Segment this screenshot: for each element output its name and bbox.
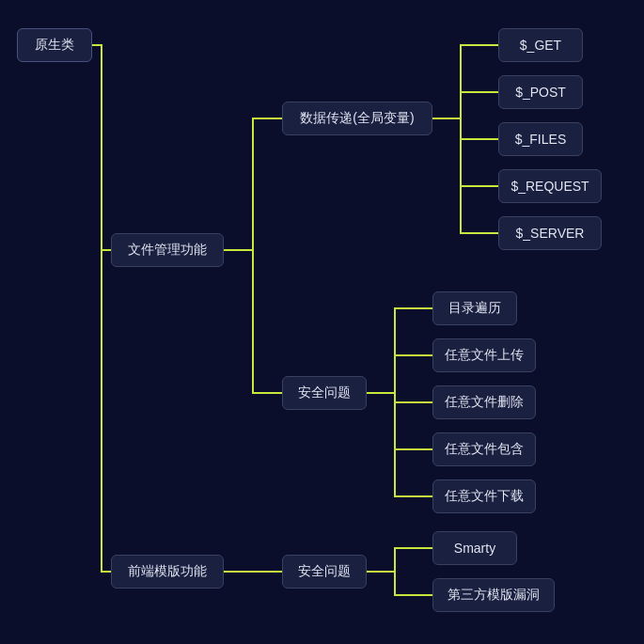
node-file-mgmt: 文件管理功能 — [111, 233, 224, 267]
node-root: 原生类 — [17, 28, 92, 62]
node-dir-traverse: 目录遍历 — [432, 291, 517, 325]
node-data-transfer: 数据传递(全局变量) — [282, 102, 432, 135]
node-third-party: 第三方模版漏洞 — [432, 578, 555, 612]
node-file-download: 任意文件下载 — [432, 479, 536, 513]
mind-map: 原生类 文件管理功能 数据传递(全局变量) $_GET $_POST $_FIL… — [0, 0, 644, 644]
node-security1: 安全问题 — [282, 376, 367, 410]
node-post: $_POST — [498, 75, 583, 109]
node-file-upload: 任意文件上传 — [432, 338, 536, 372]
node-security2: 安全问题 — [282, 555, 367, 589]
node-get: $_GET — [498, 28, 583, 62]
node-file-delete: 任意文件删除 — [432, 385, 536, 419]
node-file-include: 任意文件包含 — [432, 432, 536, 466]
node-files: $_FILES — [498, 122, 583, 156]
node-request: $_REQUEST — [498, 169, 602, 203]
node-server: $_SERVER — [498, 216, 602, 250]
node-frontend: 前端模版功能 — [111, 555, 224, 589]
node-smarty: Smarty — [432, 531, 517, 565]
